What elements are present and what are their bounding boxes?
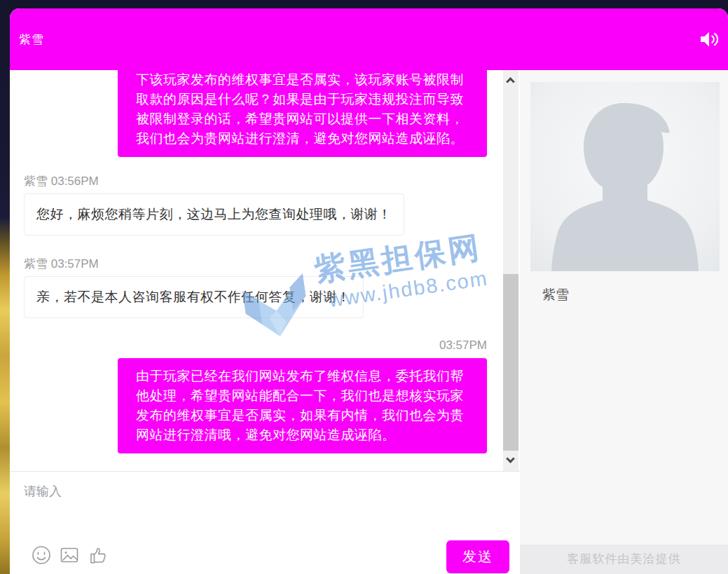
thumbs-up-icon[interactable] xyxy=(88,545,110,566)
provider-footer: 客服软件由美洽提供 xyxy=(520,545,728,574)
message-meta: 紫雪 03:56PM xyxy=(24,175,520,188)
chat-scrollbar[interactable] xyxy=(503,70,518,471)
message-input[interactable] xyxy=(24,483,444,532)
agent-avatar xyxy=(530,82,720,271)
scroll-down-arrow[interactable] xyxy=(506,454,515,463)
scroll-up-arrow[interactable] xyxy=(506,77,515,86)
message-list[interactable]: 下该玩家发布的维权事宜是否属实，该玩家账号被限制取款的原因是什么呢？如果是由于玩… xyxy=(10,70,520,471)
scrollbar-thumb[interactable] xyxy=(503,274,518,451)
message-meta: 紫雪 03:57PM xyxy=(24,258,520,271)
chat-bubble-incoming: 您好，麻烦您稍等片刻，这边马上为您查询处理哦，谢谢！ xyxy=(24,193,404,235)
input-toolbar xyxy=(32,545,110,566)
chat-header-title: 紫雪 xyxy=(19,32,44,48)
smiley-emoji-icon[interactable] xyxy=(32,545,51,565)
speaker-volume-icon[interactable] xyxy=(699,30,720,48)
chat-bubble-incoming: 亲，若不是本人咨询客服有权不作任何答复，谢谢！ xyxy=(24,276,364,318)
chat-pane: 下该玩家发布的维权事宜是否属实，该玩家账号被限制取款的原因是什么呢？如果是由于玩… xyxy=(10,70,520,574)
chat-window: 紫雪 下该玩家发布的维权事宜是否属实，该玩家账号被限制取款的原因是什么呢？如果是… xyxy=(10,8,728,574)
agent-sidebar: 紫雪 客服软件由美洽提供 xyxy=(520,70,728,574)
chat-bubble-outgoing: 由于玩家已经在我们网站发布了维权信息，委托我们帮他处理，希望贵网站能配合一下，我… xyxy=(118,358,487,453)
chat-header: 紫雪 xyxy=(10,8,728,70)
send-button[interactable]: 发送 xyxy=(446,540,509,573)
message-input-area: 发送 xyxy=(10,471,520,574)
agent-name: 紫雪 xyxy=(542,286,720,304)
page-background-strip xyxy=(0,0,10,574)
chat-bubble-outgoing: 下该玩家发布的维权事宜是否属实，该玩家账号被限制取款的原因是什么呢？如果是由于玩… xyxy=(118,70,487,157)
image-upload-icon[interactable] xyxy=(60,545,79,565)
message-meta: 03:57PM xyxy=(24,339,487,352)
